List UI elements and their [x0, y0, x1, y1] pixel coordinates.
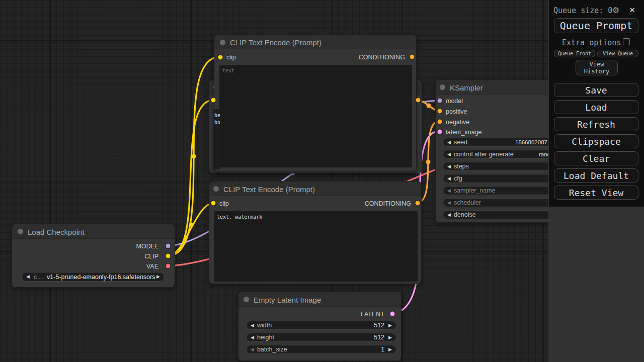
port-negative-input[interactable]: [438, 120, 442, 124]
view-queue-button[interactable]: View Queue: [597, 50, 638, 57]
widget-height[interactable]: ◀ height 512 ▶: [246, 333, 396, 342]
widget-label: steps: [454, 163, 469, 170]
comfyui-app: be bo CLIP Text Encode (Prompt) clip CON…: [0, 0, 644, 362]
decrement-icon[interactable]: ◀: [447, 213, 451, 217]
link-dot: [426, 160, 431, 164]
widget-seed[interactable]: ◀ seed 1566802087: [443, 138, 548, 147]
close-icon[interactable]: ×: [629, 4, 635, 15]
port-clip-input[interactable]: [211, 201, 216, 206]
widget-denoise[interactable]: ◀ denoise: [443, 210, 548, 219]
node-load-checkpoint[interactable]: Load Checkpoint MODEL CLIP VAE ◀ c ... v…: [12, 224, 175, 288]
widget-label: width: [257, 322, 272, 329]
node-title: KSampler: [450, 83, 483, 92]
widget-value: 512: [374, 322, 384, 329]
decrement-icon[interactable]: ◀: [447, 140, 451, 145]
decrement-icon[interactable]: ◀: [447, 176, 451, 181]
node-clip-text-encode-top[interactable]: CLIP Text Encode (Prompt) clip CONDITION…: [214, 34, 417, 172]
widget-control-after-generate[interactable]: ◀ control after generate randomize: [443, 150, 548, 159]
port-label: negative: [446, 119, 469, 126]
queue-prompt-button[interactable]: Queue Prompt: [554, 18, 638, 33]
widget-width[interactable]: ◀ width 512 ▶: [246, 321, 396, 330]
load-default-button[interactable]: Load Default: [554, 168, 638, 183]
collapse-dot-icon[interactable]: [440, 84, 445, 90]
collapse-dot-icon[interactable]: [18, 229, 23, 234]
increment-icon[interactable]: ▶: [388, 335, 392, 340]
node-clip-text-encode-negative[interactable]: CLIP Text Encode (Prompt) clip CONDITION…: [209, 181, 422, 284]
prompt-line: be: [214, 112, 220, 119]
port-clip-output[interactable]: [166, 254, 171, 258]
port-conditioning-output[interactable]: [416, 98, 421, 103]
widget-label: cfg: [454, 175, 462, 182]
port-clip-input[interactable]: [218, 55, 223, 60]
port-label: MODEL: [136, 243, 158, 250]
decrement-icon[interactable]: ◀: [251, 323, 254, 328]
decrement-icon[interactable]: ◀: [447, 201, 451, 205]
port-label: clip: [226, 54, 236, 61]
port-label: CLIP: [144, 253, 158, 260]
widget-ckpt-name[interactable]: ◀ c ... v1-5-pruned-emaonly-fp16.safeten…: [22, 272, 165, 282]
prompt-line: bo: [214, 119, 220, 126]
decrement-icon[interactable]: ◀: [251, 347, 254, 352]
widget-label: c ...: [34, 274, 44, 281]
load-button[interactable]: Load: [554, 100, 638, 114]
port-latent-image-input[interactable]: [438, 130, 442, 134]
port-label: CONDITIONING: [359, 54, 405, 61]
port-label: VAE: [146, 263, 158, 270]
clear-button[interactable]: Clear: [554, 151, 638, 165]
prompt-textarea[interactable]: text: [219, 65, 412, 167]
collapse-dot-icon[interactable]: [213, 186, 219, 192]
prompt-textarea[interactable]: text, watermark: [214, 211, 418, 282]
port-label: LATENT: [361, 311, 384, 318]
port-label: CONDITIONING: [365, 200, 411, 207]
widget-cfg[interactable]: ◀ cfg: [443, 174, 548, 183]
node-title: CLIP Text Encode (Prompt): [223, 185, 315, 194]
widget-label: denoise: [454, 211, 476, 218]
widget-label: control after generate: [454, 151, 514, 158]
port-conditioning-output[interactable]: [416, 201, 420, 206]
widget-label: sampler_name: [454, 187, 496, 194]
port-latent-output[interactable]: [390, 312, 395, 316]
page-background: Queue size: 0 ⚙ × Queue Prompt Extra opt…: [548, 0, 644, 362]
widget-label: height: [257, 334, 274, 341]
decrement-icon[interactable]: ◀: [447, 152, 451, 157]
clipspace-button[interactable]: Clipspace: [554, 134, 638, 148]
widget-label: seed: [454, 139, 467, 146]
extra-options-label: Extra options: [562, 38, 621, 47]
next-option-icon[interactable]: ▶: [156, 275, 160, 279]
collapse-dot-icon[interactable]: [244, 297, 249, 302]
port-label: clip: [219, 200, 229, 207]
increment-icon[interactable]: ▶: [388, 347, 392, 352]
node-empty-latent-image[interactable]: Empty Latent Image LATENT ◀ width 512 ▶ …: [238, 292, 401, 361]
widget-steps[interactable]: ◀ steps: [443, 162, 548, 171]
prev-option-icon[interactable]: ◀: [26, 275, 30, 279]
widget-batch-size[interactable]: ◀ batch_size 1 ▶: [246, 345, 396, 354]
port-vae-output[interactable]: [166, 264, 171, 268]
widget-sampler-name[interactable]: ◀ sampler_name: [443, 186, 548, 195]
refresh-button[interactable]: Refresh: [554, 117, 638, 131]
view-history-button[interactable]: View History: [576, 60, 618, 75]
reset-view-button[interactable]: Reset View: [554, 186, 638, 200]
graph-canvas[interactable]: be bo CLIP Text Encode (Prompt) clip CON…: [0, 0, 548, 362]
extra-options-checkbox[interactable]: [623, 38, 630, 45]
positive-prompt-textarea[interactable]: be bo: [213, 109, 220, 169]
port-conditioning-output[interactable]: [410, 55, 415, 59]
queue-front-button[interactable]: Queue Front: [554, 50, 595, 57]
link-dot: [189, 223, 194, 227]
widget-value: randomize: [539, 151, 548, 157]
port-positive-input[interactable]: [438, 109, 442, 114]
decrement-icon[interactable]: ◀: [447, 189, 451, 193]
node-ksampler[interactable]: KSampler model positive negative latent_…: [435, 79, 548, 223]
decrement-icon[interactable]: ◀: [447, 164, 451, 169]
increment-icon[interactable]: ▶: [388, 323, 392, 328]
link-dot: [192, 154, 196, 159]
widget-value: 1566802087: [515, 139, 547, 145]
port-clip-input[interactable]: [211, 98, 216, 103]
settings-gear-icon[interactable]: ⚙: [613, 4, 619, 16]
decrement-icon[interactable]: ◀: [251, 335, 254, 340]
port-model-input[interactable]: [438, 99, 442, 103]
port-label: model: [446, 98, 463, 105]
save-button[interactable]: Save: [554, 83, 638, 97]
port-model-output[interactable]: [166, 244, 171, 248]
widget-scheduler[interactable]: ◀ scheduler: [443, 198, 548, 207]
collapse-dot-icon[interactable]: [220, 40, 225, 45]
